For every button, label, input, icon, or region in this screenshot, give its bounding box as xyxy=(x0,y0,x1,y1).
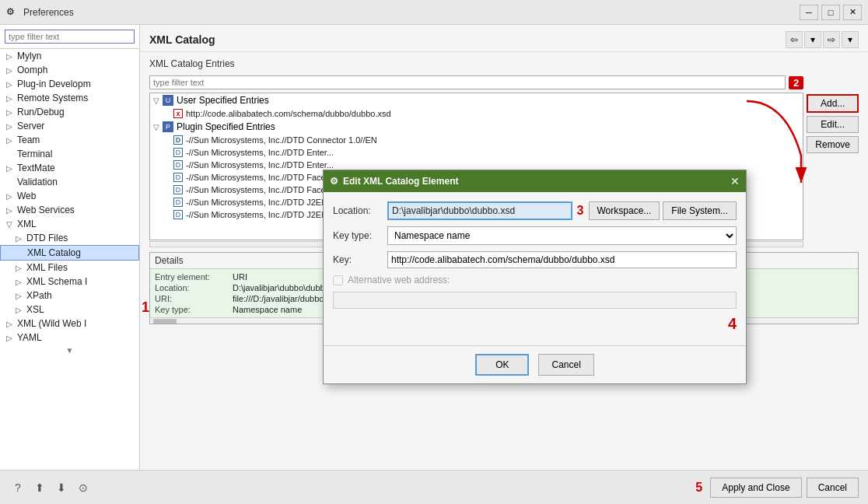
settings-icon[interactable]: ⊙ xyxy=(75,479,92,496)
plugin-entry-label-2: -//Sun Microsystems, Inc.//DTD Enter... xyxy=(186,160,334,170)
sidebar-label-mylyn: Mylyn xyxy=(17,51,41,61)
alt-web-input-row xyxy=(333,292,737,309)
key-type-row: Key type: Namespace name xyxy=(333,226,737,245)
step4-annotation: 4 xyxy=(728,315,737,332)
sidebar-item-xml-catalog[interactable]: ▷ XML Catalog xyxy=(0,245,139,261)
user-entry-icon-0: x xyxy=(173,109,183,118)
dialog-location-label: Location: xyxy=(333,205,387,216)
expand-plugin-icon: ▽ xyxy=(153,123,159,131)
file-system-button[interactable]: File System... xyxy=(663,201,737,220)
import-icon[interactable]: ⬆ xyxy=(31,479,48,496)
expand-user-icon: ▽ xyxy=(153,96,159,105)
plugin-group-icon: P xyxy=(163,121,173,132)
plugin-entry-icon-4: D xyxy=(173,185,183,194)
apply-and-close-button[interactable]: Apply and Close xyxy=(710,478,801,498)
sidebar-item-dtd-files[interactable]: ▷ DTD Files xyxy=(0,231,139,245)
sidebar-label-xml-files: XML Files xyxy=(26,262,68,273)
dialog-cancel-button[interactable]: Cancel xyxy=(538,354,593,376)
step5-annotation: 5 xyxy=(695,481,702,495)
sidebar-item-xml-wild[interactable]: ▷ XML (Wild Web I xyxy=(0,317,139,331)
dialog-location-input[interactable] xyxy=(387,201,572,220)
content-header: XML Catalog ⇦ ▾ ⇨ ▾ xyxy=(140,25,868,52)
plugin-entry-1[interactable]: D -//Sun Microsystems, Inc.//DTD Enter..… xyxy=(150,146,803,159)
sidebar-search-input[interactable] xyxy=(5,30,135,44)
sidebar-item-remote-systems[interactable]: ▷ Remote Systems xyxy=(0,91,139,105)
more-button[interactable]: ▾ xyxy=(842,31,859,48)
dialog-key-input[interactable] xyxy=(387,251,737,268)
sidebar-item-team[interactable]: ▷ Team xyxy=(0,133,139,147)
sidebar-item-yaml[interactable]: ▷ YAML xyxy=(0,331,139,345)
sidebar-item-textmate[interactable]: ▷ TextMate xyxy=(0,161,139,175)
sidebar-label-xml-schema: XML Schema I xyxy=(26,276,87,287)
sidebar-item-validation[interactable]: ▷ Validation xyxy=(0,175,139,189)
back-button[interactable]: ⇦ xyxy=(786,31,803,48)
user-entry-0[interactable]: x http://code.alibabatech.com/schema/dub… xyxy=(150,107,803,120)
window-controls: ─ □ ✕ xyxy=(800,5,862,20)
sidebar-search-container xyxy=(0,25,139,49)
dialog-icon: ⚙ xyxy=(330,176,338,187)
sidebar-item-xml-schema[interactable]: ▷ XML Schema I xyxy=(0,275,139,289)
entries-filter-input[interactable] xyxy=(149,75,786,89)
user-specified-group-header[interactable]: ▽ U User Specified Entries xyxy=(150,93,803,107)
plugin-entry-label-4: -//Sun Microsystems, Inc.//DTD Facel... xyxy=(186,185,334,194)
alt-web-checkbox[interactable] xyxy=(333,275,343,285)
workspace-button[interactable]: Workspace... xyxy=(589,201,660,220)
expand-icon-yaml: ▷ xyxy=(6,334,16,342)
minimize-button[interactable]: ─ xyxy=(800,5,818,20)
maximize-button[interactable]: □ xyxy=(821,5,840,20)
details-scroll-thumb xyxy=(153,319,177,324)
sidebar-item-xml-files[interactable]: ▷ XML Files xyxy=(0,261,139,275)
plugin-entry-0[interactable]: D -//Sun Microsystems, Inc.//DTD Connect… xyxy=(150,134,803,146)
plugin-entry-icon-1: D xyxy=(173,148,183,157)
plugin-entry-label-5: -//Sun Microsystems, Inc.//DTD J2EE A... xyxy=(186,198,342,207)
add-button[interactable]: Add... xyxy=(807,94,859,113)
sidebar-item-mylyn[interactable]: ▷ Mylyn xyxy=(0,49,139,63)
help-icon[interactable]: ? xyxy=(9,479,26,496)
step2-badge: 2 xyxy=(789,76,803,89)
dialog-ok-button[interactable]: OK xyxy=(475,354,529,376)
close-button[interactable]: ✕ xyxy=(843,5,862,20)
dialog-close-button[interactable]: ✕ xyxy=(730,175,740,187)
sidebar-item-plugin-dev[interactable]: ▷ Plug-in Developm xyxy=(0,77,139,91)
sidebar-item-web-services[interactable]: ▷ Web Services xyxy=(0,203,139,217)
expand-icon-web: ▷ xyxy=(6,192,16,201)
dialog-alt-web-label: Alternative web address: xyxy=(348,275,450,285)
title-bar: ⚙ Preferences ─ □ ✕ xyxy=(0,0,868,25)
export-icon[interactable]: ⬇ xyxy=(53,479,70,496)
sidebar-item-xpath[interactable]: ▷ XPath xyxy=(0,289,139,303)
user-specified-label: User Specified Entries xyxy=(177,95,269,106)
sidebar-item-xml[interactable]: ▽ XML xyxy=(0,217,139,231)
sidebar-item-terminal[interactable]: ▷ Terminal xyxy=(0,147,139,161)
dialog-body: Location: 3 Workspace... File System... … xyxy=(324,192,746,345)
expand-icon-web-services: ▷ xyxy=(6,206,16,215)
forward-button[interactable]: ⇨ xyxy=(823,31,840,48)
sidebar-item-web[interactable]: ▷ Web xyxy=(0,189,139,203)
title-bar-title: Preferences xyxy=(23,7,800,18)
edit-button[interactable]: Edit... xyxy=(807,116,859,133)
entries-section-title: XML Catalog Entries xyxy=(149,58,859,69)
sidebar-item-oomph[interactable]: ▷ Oomph xyxy=(0,63,139,77)
edit-dialog: ⚙ Edit XML Catalog Element ✕ Location: 3… xyxy=(323,170,747,384)
bottom-bar: ? ⬆ ⬇ ⊙ 5 Apply and Close Cancel xyxy=(0,470,868,504)
step4-area: 4 xyxy=(333,315,737,333)
expand-icon-xsl: ▷ xyxy=(16,306,25,314)
catalog-entries-section: XML Catalog Entries xyxy=(140,52,868,75)
plugin-entry-icon-5: D xyxy=(173,198,183,207)
sidebar-item-xsl[interactable]: ▷ XSL xyxy=(0,303,139,317)
location-label: Location: xyxy=(155,283,233,292)
details-title: Details xyxy=(155,255,184,266)
remove-button[interactable]: Remove xyxy=(807,136,859,153)
dialog-key-type-select[interactable]: Namespace name xyxy=(387,226,737,245)
dropdown-button[interactable]: ▾ xyxy=(804,31,821,48)
cancel-main-button[interactable]: Cancel xyxy=(807,478,859,498)
sidebar-label-web: Web xyxy=(17,191,36,201)
sidebar-item-server[interactable]: ▷ Server xyxy=(0,119,139,133)
sidebar-label-xml-catalog: XML Catalog xyxy=(27,247,81,258)
key-row: Key: xyxy=(333,251,737,268)
dialog-alt-web-input xyxy=(333,292,737,309)
sidebar-label-xpath: XPath xyxy=(26,290,52,301)
sidebar-item-run-debug[interactable]: ▷ Run/Debug xyxy=(0,105,139,119)
user-entry-label-0: http://code.alibabatech.com/schema/dubbo… xyxy=(186,109,391,118)
plugin-specified-group-header[interactable]: ▽ P Plugin Specified Entries xyxy=(150,120,803,134)
plugin-entry-icon-2: D xyxy=(173,160,183,170)
